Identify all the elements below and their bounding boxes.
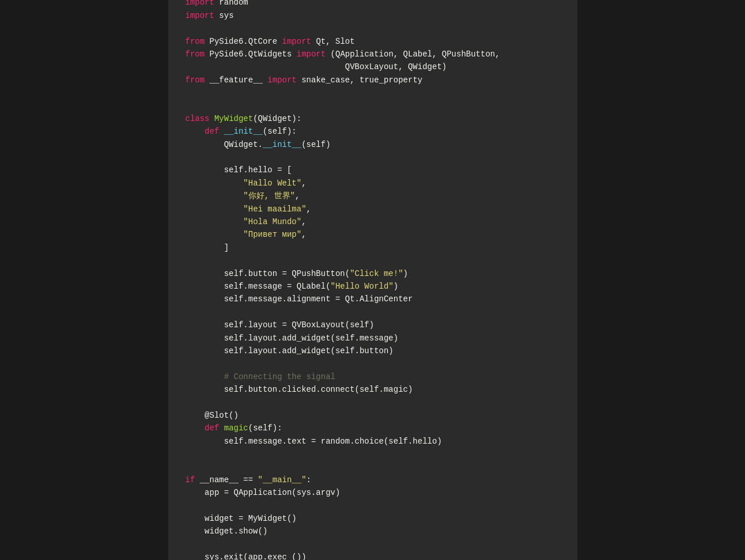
code-content: import random import sys from PySide6.Qt… xyxy=(186,0,560,560)
code-editor: import random import sys from PySide6.Qt… xyxy=(168,0,577,560)
